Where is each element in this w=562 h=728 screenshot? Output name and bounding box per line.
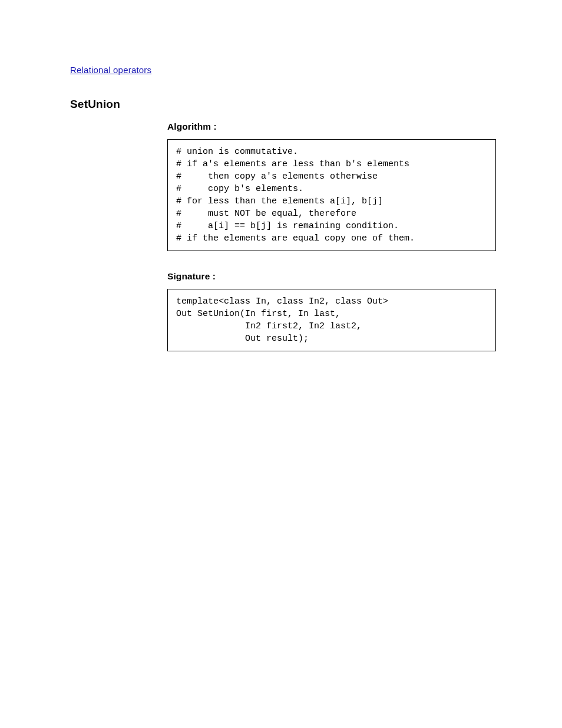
code-line: # if the elements are equal copy one of …: [176, 233, 415, 243]
signature-label: Signature :: [167, 271, 497, 282]
code-line: # copy b's elements.: [176, 184, 303, 194]
code-line: # union is commutative.: [176, 147, 298, 157]
code-line: In2 first2, In2 last2,: [176, 321, 362, 331]
code-line: # if a's elements are less than b's elem…: [176, 159, 409, 169]
code-line: # then copy a's elements otherwise: [176, 172, 378, 182]
signature-code-box: template<class In, class In2, class Out>…: [167, 289, 496, 351]
code-line: Out result);: [176, 334, 309, 344]
code-line: Out SetUnion(In first, In last,: [176, 309, 340, 319]
algorithm-label: Algorithm :: [167, 121, 497, 132]
section-heading: SetUnion: [70, 98, 497, 111]
algorithm-code-box: # union is commutative. # if a's element…: [167, 139, 496, 251]
code-line: # a[i] == b[j] is remaining condition.: [176, 221, 399, 231]
code-line: # must NOT be equal, therefore: [176, 209, 356, 219]
code-line: template<class In, class In2, class Out>: [176, 297, 388, 307]
relational-operators-link[interactable]: Relational operators: [70, 65, 151, 75]
code-line: # for less than the elements a[i], b[j]: [176, 196, 383, 206]
